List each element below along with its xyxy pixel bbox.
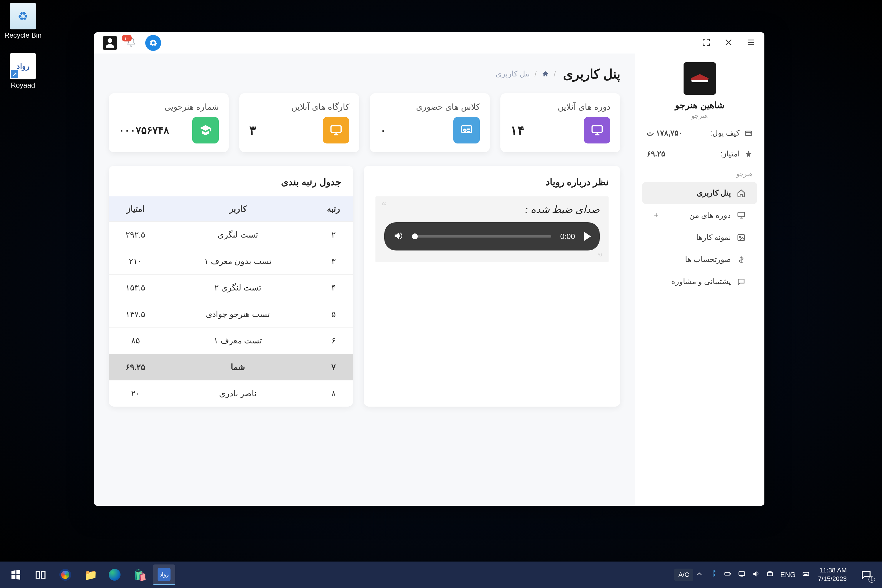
page-title: پنل کاربری <box>563 66 620 81</box>
svg-rect-5 <box>462 126 472 133</box>
close-icon <box>724 38 733 47</box>
feedback-panel: نظر درباره رویاد “ صدای ضبط شده : 0:00 ” <box>364 166 620 406</box>
tray-battery[interactable] <box>724 570 732 579</box>
audio-player[interactable]: 0:00 <box>384 222 600 250</box>
taskbar-app-store[interactable]: 🛍️ <box>128 564 150 585</box>
svg-point-3 <box>740 236 741 237</box>
user-role: هنرجو <box>635 112 764 120</box>
taskbar-app-royaad[interactable]: رواد <box>153 564 175 585</box>
menu-button[interactable] <box>746 38 756 48</box>
wallet-value: ۱۷۸,۷۵۰ ت <box>647 129 682 138</box>
folder-icon: 📁 <box>84 569 96 580</box>
tray-ime[interactable] <box>802 570 810 579</box>
store-icon: 🛍️ <box>134 569 145 580</box>
sidebar-item-support[interactable]: پشتیبانی و مشاوره <box>642 270 758 292</box>
page-header: پنل کاربری / / پنل کاربری <box>109 66 620 81</box>
taskbar-app-explorer[interactable]: 📁 <box>79 564 101 585</box>
sidebar-item-invoices[interactable]: صورتحساب ها <box>642 248 758 270</box>
play-button[interactable] <box>584 232 591 241</box>
chat-icon <box>737 277 746 286</box>
royaad-app-icon: رواد <box>10 53 36 80</box>
svg-rect-1 <box>738 212 745 217</box>
table-row: ۳تست بدون معرف ۱۲۱۰ <box>109 248 353 274</box>
taskbar-clock[interactable]: 11:38 AM 7/15/2023 <box>818 566 847 583</box>
dollar-icon <box>737 255 746 264</box>
svg-point-6 <box>464 129 466 131</box>
desktop-icon-label: Royaad <box>2 81 44 89</box>
close-button[interactable] <box>724 38 733 48</box>
col-user: کاربر <box>162 196 314 222</box>
sidebar: شاهین هنرجو هنرجو کیف پول: ۱۷۸,۷۵۰ ت امت… <box>635 54 764 506</box>
action-center-button[interactable]: 1 <box>855 564 877 585</box>
col-score: امتیاز <box>109 196 162 222</box>
user-silhouette-icon <box>103 36 117 50</box>
col-rank: رتبه <box>314 196 353 222</box>
desktop-icon-royaad[interactable]: رواد Royaad <box>2 53 44 89</box>
task-view-icon <box>35 569 46 580</box>
image-icon <box>737 233 746 242</box>
fullscreen-icon <box>702 38 711 47</box>
svg-rect-8 <box>36 571 40 578</box>
tray-bluetooth[interactable] <box>710 570 717 579</box>
hamburger-icon <box>746 38 756 47</box>
notifications-button[interactable]: ۱۰ <box>126 37 136 49</box>
wallet-row: کیف پول: ۱۷۸,۷۵۰ ت <box>635 123 764 144</box>
start-button[interactable] <box>5 564 27 585</box>
avatar[interactable] <box>684 62 716 94</box>
settings-button[interactable] <box>145 35 161 51</box>
audio-time: 0:00 <box>560 232 575 241</box>
ranking-table: رتبه کاربر امتیاز ۲تست لنگری۲۹۲.۵۳تست بد… <box>109 196 353 406</box>
quote-icon: “ <box>381 200 387 213</box>
fullscreen-button[interactable] <box>702 38 711 48</box>
home-icon[interactable] <box>542 70 549 78</box>
stat-card-in-person: کلاس های حضوری ۰ <box>370 93 490 152</box>
gear-icon <box>149 39 158 47</box>
recycle-bin-icon <box>10 3 36 29</box>
stats-cards-row: دوره های آنلاین ۱۴ کلاس های حضوری ۰ <box>109 93 620 152</box>
tray-chevron-up[interactable] <box>696 570 703 579</box>
ethernet-icon <box>766 570 774 578</box>
stat-card-online-courses: دوره های آنلاین ۱۴ <box>500 93 620 152</box>
tray-network[interactable] <box>766 570 774 579</box>
home-icon <box>737 189 746 198</box>
table-row: ۲تست لنگری۲۹۲.۵ <box>109 222 353 248</box>
wallet-icon <box>744 129 753 137</box>
desktop-icon-recycle-bin[interactable]: Recycle Bin <box>2 3 44 39</box>
task-view-button[interactable] <box>29 564 52 585</box>
svg-rect-7 <box>331 126 341 133</box>
table-row: ۸ناصر نادری۲۰ <box>109 380 353 407</box>
table-row: ۴تست لنگری ۲۱۵۳.۵ <box>109 274 353 301</box>
svg-rect-10 <box>725 573 730 575</box>
quote-icon: ” <box>597 250 603 264</box>
sidebar-item-dashboard[interactable]: پنل کاربری <box>642 182 758 204</box>
chevron-up-icon <box>696 570 703 578</box>
ranking-panel: جدول رتبه بندی رتبه کاربر امتیاز ۲تست لن… <box>109 166 353 406</box>
svg-rect-13 <box>803 572 809 576</box>
weather-widget[interactable]: A/C <box>674 568 693 581</box>
desktop: Recycle Bin رواد Royaad ۱۰ <box>0 0 882 588</box>
svg-rect-9 <box>42 571 45 578</box>
notification-badge: ۱۰ <box>122 35 132 42</box>
desktop-icon-label: Recycle Bin <box>2 31 44 39</box>
tray-language[interactable]: ENG <box>780 571 796 579</box>
classroom-icon <box>453 117 480 144</box>
tray-cast[interactable] <box>738 570 746 579</box>
sidebar-item-portfolio[interactable]: نمونه کارها <box>642 226 758 248</box>
stat-card-workshops: کارگاه های آنلاین ۳ <box>239 93 359 152</box>
star-icon <box>744 150 753 158</box>
audio-seek-track[interactable] <box>412 235 551 237</box>
titlebar-avatar[interactable] <box>103 36 117 50</box>
user-name: شاهین هنرجو <box>635 100 764 110</box>
taskbar-app-edge[interactable] <box>104 564 126 585</box>
taskbar-app-chromium[interactable] <box>54 564 76 585</box>
sidebar-profile: شاهین هنرجو هنرجو <box>635 62 764 123</box>
sidebar-item-my-courses[interactable]: دوره های من + <box>642 204 758 226</box>
svg-rect-0 <box>746 131 752 135</box>
volume-icon <box>393 231 403 241</box>
tray-volume[interactable] <box>752 570 760 579</box>
monitor-icon <box>584 117 610 144</box>
volume-button[interactable] <box>393 231 403 242</box>
feedback-body: “ صدای ضبط شده : 0:00 ” <box>375 196 609 262</box>
volume-icon <box>752 570 760 578</box>
app-window: ۱۰ <box>94 32 764 506</box>
